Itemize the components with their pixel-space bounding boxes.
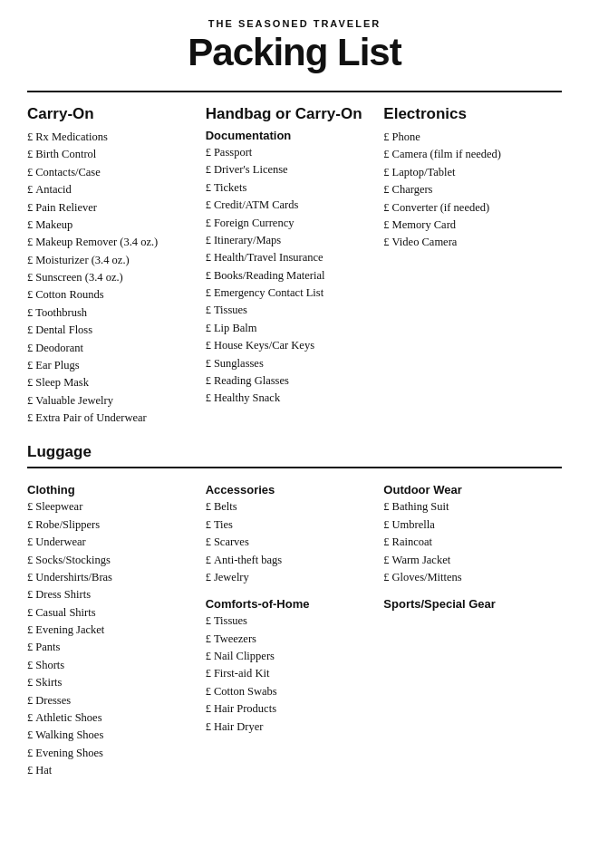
pound-icon: £ <box>383 552 389 569</box>
list-item: £Athletic Shoes <box>27 709 197 727</box>
luggage-col-header: Accessories <box>206 483 375 497</box>
list-item: £Pain Reliever <box>27 199 197 217</box>
list-item: £Hat <box>27 762 197 779</box>
pound-icon: £ <box>27 286 33 304</box>
electronics-section: Electronics £Phone£Camera (film if neede… <box>383 105 562 427</box>
pound-icon: £ <box>27 569 33 586</box>
pound-icon: £ <box>206 665 211 682</box>
list-item: £House Keys/Car Keys <box>206 337 375 354</box>
list-item: £Sunscreen (3.4 oz.) <box>27 269 197 286</box>
list-item: £Itinerary/Maps <box>206 232 375 249</box>
pound-icon: £ <box>27 217 33 234</box>
list-item: £Warm Jacket <box>383 552 562 569</box>
pound-icon: £ <box>206 683 211 700</box>
pound-icon: £ <box>383 234 389 251</box>
list-item: £Camera (film if needed) <box>383 146 562 163</box>
list-item: £Birth Control <box>27 146 197 163</box>
handbag-sub-header: Documentation <box>206 129 375 142</box>
electronics-items: £Phone£Camera (film if needed)£Laptop/Ta… <box>383 129 562 252</box>
list-item: £Dress Shirts <box>27 586 197 603</box>
pound-icon: £ <box>206 612 211 630</box>
list-item: £Underwear <box>27 534 197 551</box>
pound-icon: £ <box>27 340 33 357</box>
list-item: £Extra Pair of Underwear <box>27 410 197 427</box>
list-item: £Undershirts/Bras <box>27 569 197 586</box>
pound-icon: £ <box>27 622 33 639</box>
pound-icon: £ <box>27 657 33 674</box>
pound-icon: £ <box>206 161 211 178</box>
list-item: £Dental Floss <box>27 322 197 339</box>
list-item: £Tissues <box>206 302 375 319</box>
list-item: £Hair Products <box>206 700 375 718</box>
pound-icon: £ <box>206 232 211 249</box>
list-item: £Makeup Remover (3.4 oz.) <box>27 234 197 251</box>
luggage-grid: Clothing£Sleepwear£Robe/Slippers£Underwe… <box>27 477 562 779</box>
list-item: £Reading Glasses <box>206 372 375 390</box>
luggage-col-header: Clothing <box>27 483 197 497</box>
pound-icon: £ <box>27 392 33 410</box>
luggage-section: Luggage Clothing£Sleepwear£Robe/Slippers… <box>27 443 562 779</box>
pound-icon: £ <box>27 674 33 691</box>
list-item: £Chargers <box>383 181 562 198</box>
pound-icon: £ <box>27 322 33 339</box>
pound-icon: £ <box>206 302 211 319</box>
luggage-col-header: Outdoor Wear <box>383 483 562 497</box>
pound-icon: £ <box>206 285 211 302</box>
pound-icon: £ <box>383 569 389 586</box>
luggage-column: Outdoor Wear£Bathing Suit£Umbrella£Rainc… <box>383 477 562 779</box>
pound-icon: £ <box>383 534 389 551</box>
carry-on-items: £Rx Medications£Birth Control£Contacts/C… <box>27 129 197 427</box>
list-item: £Socks/Stockings <box>27 552 197 569</box>
list-item: £Phone <box>383 129 562 146</box>
pound-icon: £ <box>27 181 33 198</box>
list-item: £Moisturizer (3.4 oz.) <box>27 252 197 269</box>
list-item: £Memory Card <box>383 217 562 234</box>
list-item: £Foreign Currency <box>206 215 375 232</box>
electronics-header: Electronics <box>383 105 562 123</box>
list-item: £Dresses <box>27 692 197 709</box>
list-item: £Scarves <box>206 534 375 551</box>
pound-icon: £ <box>383 217 389 234</box>
header-divider <box>27 91 562 92</box>
list-item: £Laptop/Tablet <box>383 164 562 181</box>
pound-icon: £ <box>206 215 211 232</box>
pound-icon: £ <box>383 129 389 146</box>
luggage-sub-header: Comforts-of-Home <box>206 597 375 611</box>
list-item: £Contacts/Case <box>27 164 197 181</box>
pound-icon: £ <box>206 249 211 266</box>
list-item: £Sleep Mask <box>27 374 197 391</box>
handbag-header: Handbag or Carry-On <box>206 105 375 123</box>
list-item: £Belts <box>206 498 375 516</box>
list-item: £Hair Dryer <box>206 719 375 736</box>
list-item: £Robe/Slippers <box>27 516 197 534</box>
list-item: £Bathing Suit <box>383 498 562 516</box>
pound-icon: £ <box>206 534 211 551</box>
pound-icon: £ <box>206 320 211 337</box>
pound-icon: £ <box>27 146 33 163</box>
list-item: £Ties <box>206 516 375 534</box>
luggage-header: Luggage <box>27 443 562 461</box>
pound-icon: £ <box>206 144 211 161</box>
pound-icon: £ <box>27 709 33 727</box>
pound-icon: £ <box>206 719 211 736</box>
pound-icon: £ <box>27 534 33 551</box>
list-item: £Ear Plugs <box>27 357 197 374</box>
pound-icon: £ <box>206 197 211 214</box>
luggage-column: Clothing£Sleepwear£Robe/Slippers£Underwe… <box>27 477 206 779</box>
carry-on-header: Carry-On <box>27 105 197 123</box>
pound-icon: £ <box>27 604 33 622</box>
list-item: £Skirts <box>27 674 197 691</box>
pound-icon: £ <box>27 692 33 709</box>
header: THE SEASONED TRAVELER Packing List <box>27 18 562 74</box>
list-item: £Walking Shoes <box>27 727 197 744</box>
list-item: £Nail Clippers <box>206 648 375 665</box>
list-item: £Antacid <box>27 181 197 198</box>
main-grid: Carry-On £Rx Medications£Birth Control£C… <box>27 105 562 427</box>
pound-icon: £ <box>383 199 389 217</box>
list-item: £Lip Balm <box>206 320 375 337</box>
pound-icon: £ <box>27 374 33 391</box>
handbag-items: £Passport£Driver's License£Tickets£Credi… <box>206 144 375 408</box>
handbag-section: Handbag or Carry-On Documentation £Passp… <box>206 105 384 427</box>
pound-icon: £ <box>383 516 389 534</box>
pound-icon: £ <box>27 199 33 217</box>
